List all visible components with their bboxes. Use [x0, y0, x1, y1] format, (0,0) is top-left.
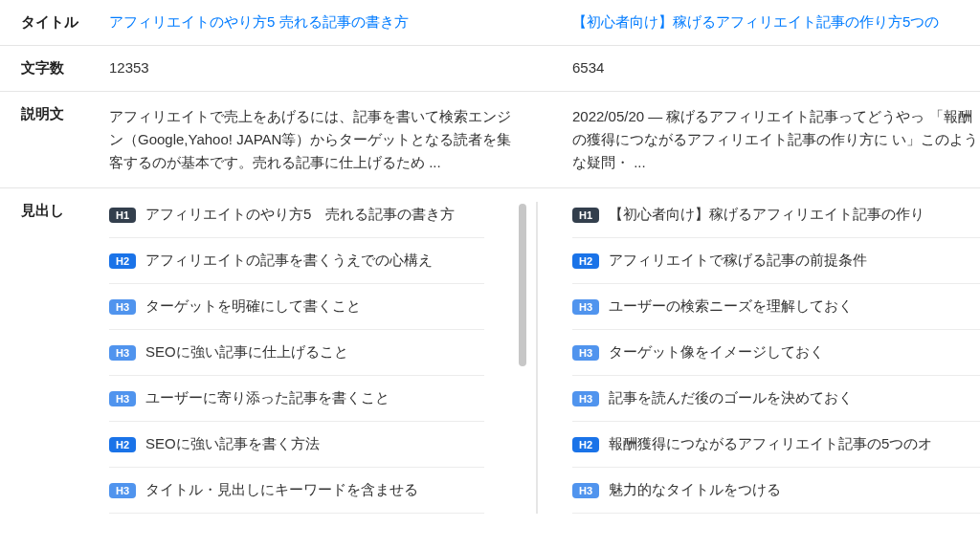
heading-item: H1アフィリエイトのやり方5 売れる記事の書き方: [109, 202, 484, 238]
heading-item: H3ユーザーに寄り添った記事を書くこと: [109, 376, 484, 422]
col2-description: 2022/05/20 — 稼げるアフィリエイト記事ってどうやっ 「報酬の獲得につ…: [538, 105, 980, 174]
heading-item: H3SEOに強い記事に仕上げること: [109, 330, 484, 376]
heading-text: ユーザーの検索ニーズを理解しておく: [609, 297, 853, 316]
heading-text: SEOに強い記事に仕上げること: [145, 343, 348, 362]
heading-item: H3ターゲット像をイメージしておく: [572, 330, 980, 376]
heading-item: H2アフィリエイトの記事を書くうえでの心構え: [109, 238, 484, 284]
col1-description: アフィリエイトで売上をあげるには、記事を書いて検索エンジン（Google,Yah…: [96, 105, 538, 174]
heading-text: アフィリエイトで稼げる記事の前提条件: [609, 252, 867, 270]
heading-badge-h2: H2: [109, 253, 136, 269]
row-label-headings: 見出し: [0, 202, 96, 514]
heading-text: アフィリエイトの記事を書くうえでの心構え: [145, 252, 433, 270]
heading-item: H3ユーザーの検索ニーズを理解しておく: [572, 284, 980, 330]
heading-text: 記事を読んだ後のゴールを決めておく: [609, 389, 853, 407]
heading-item: H2アフィリエイトで稼げる記事の前提条件: [572, 238, 980, 284]
heading-item: H3記事を読んだ後のゴールを決めておく: [572, 376, 980, 422]
col1-title-cell: アフィリエイトのやり方5 売れる記事の書き方: [96, 13, 538, 32]
heading-text: 報酬獲得につながるアフィリエイト記事の5つのオ: [609, 435, 932, 453]
col2-char-count: 6534: [538, 59, 980, 77]
heading-badge-h3: H3: [572, 391, 599, 406]
row-label-char-count: 文字数: [0, 59, 96, 77]
heading-text: ターゲット像をイメージしておく: [609, 343, 824, 362]
heading-badge-h3: H3: [109, 483, 136, 498]
heading-text: ターゲットを明確にして書くこと: [145, 297, 361, 316]
heading-badge-h1: H1: [109, 208, 136, 223]
heading-badge-h3: H3: [109, 345, 136, 361]
heading-text: アフィリエイトのやり方5 売れる記事の書き方: [145, 206, 455, 224]
row-label-description: 説明文: [0, 105, 96, 174]
heading-text: ユーザーに寄り添った記事を書くこと: [145, 389, 390, 407]
col1-char-count: 12353: [96, 59, 538, 77]
heading-item: H3魅力的なタイトルをつける: [572, 468, 980, 514]
heading-badge-h3: H3: [572, 345, 599, 361]
row-title: タイトル アフィリエイトのやり方5 売れる記事の書き方 【初心者向け】稼げるアフ…: [0, 0, 980, 46]
heading-item: H2報酬獲得につながるアフィリエイト記事の5つのオ: [572, 422, 980, 468]
col2-headings-cell[interactable]: H1【初心者向け】稼げるアフィリエイト記事の作りH2アフィリエイトで稼げる記事の…: [538, 202, 980, 514]
row-description: 説明文 アフィリエイトで売上をあげるには、記事を書いて検索エンジン（Google…: [0, 91, 980, 188]
heading-badge-h2: H2: [109, 437, 136, 452]
col2-title-link[interactable]: 【初心者向け】稼げるアフィリエイト記事の作り方5つの: [572, 13, 980, 32]
row-char-count: 文字数 12353 6534: [0, 45, 980, 92]
heading-item: H2SEOに強い記事を書く方法: [109, 422, 484, 468]
heading-item: H1【初心者向け】稼げるアフィリエイト記事の作り: [572, 202, 980, 238]
heading-item: H3タイトル・見出しにキーワードを含ませる: [109, 468, 484, 514]
heading-badge-h1: H1: [572, 208, 599, 223]
comparison-table: タイトル アフィリエイトのやり方5 売れる記事の書き方 【初心者向け】稼げるアフ…: [0, 0, 980, 514]
row-headings: 見出し H1アフィリエイトのやり方5 売れる記事の書き方H2アフィリエイトの記事…: [0, 187, 980, 514]
heading-text: SEOに強い記事を書く方法: [145, 435, 320, 453]
heading-text: タイトル・見出しにキーワードを含ませる: [145, 481, 418, 499]
heading-badge-h2: H2: [572, 253, 599, 269]
heading-badge-h3: H3: [572, 483, 599, 498]
heading-item: H3ターゲットを明確にして書くこと: [109, 284, 484, 330]
heading-badge-h3: H3: [109, 299, 136, 315]
heading-badge-h3: H3: [109, 391, 136, 406]
heading-text: 魅力的なタイトルをつける: [609, 481, 781, 499]
heading-badge-h3: H3: [572, 299, 599, 315]
row-label-title: タイトル: [0, 13, 96, 32]
heading-badge-h2: H2: [572, 437, 599, 452]
col1-title-link[interactable]: アフィリエイトのやり方5 売れる記事の書き方: [109, 13, 517, 32]
col2-title-cell: 【初心者向け】稼げるアフィリエイト記事の作り方5つの: [538, 13, 980, 32]
heading-text: 【初心者向け】稼げるアフィリエイト記事の作り: [609, 206, 924, 224]
col2-headings-list: H1【初心者向け】稼げるアフィリエイト記事の作りH2アフィリエイトで稼げる記事の…: [572, 202, 980, 514]
col1-headings-cell[interactable]: H1アフィリエイトのやり方5 売れる記事の書き方H2アフィリエイトの記事を書くう…: [96, 202, 538, 514]
col1-headings-list: H1アフィリエイトのやり方5 売れる記事の書き方H2アフィリエイトの記事を書くう…: [109, 202, 515, 514]
